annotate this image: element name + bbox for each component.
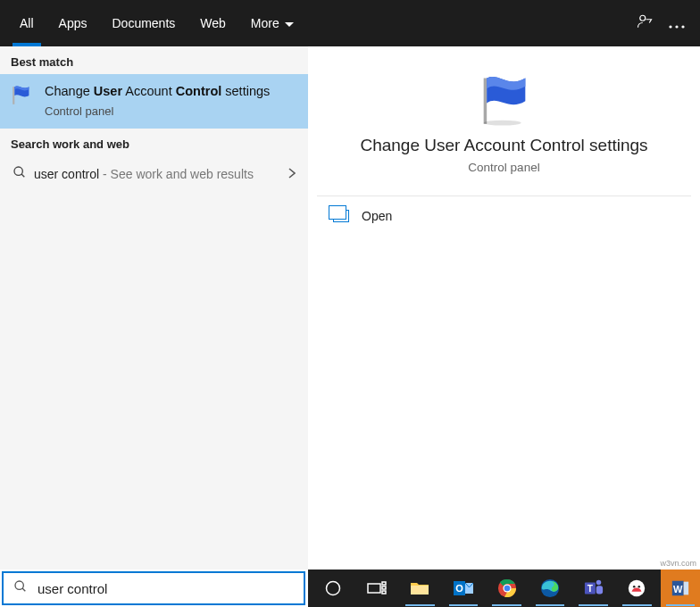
taskbar-word[interactable]: W [661,570,701,607]
taskbar-edge[interactable] [530,570,571,607]
preview-title: Change User Account Control settings [360,136,647,155]
search-icon [12,165,34,183]
taskbar-outlook[interactable]: O [444,570,484,607]
svg-point-22 [504,586,510,592]
svg-point-3 [681,25,684,28]
tab-more[interactable]: More [238,0,306,46]
taskbar-taskview[interactable] [357,570,397,607]
search-filter-tabs: All Apps Documents Web More [0,0,700,46]
svg-point-26 [596,580,601,586]
svg-point-0 [640,15,646,21]
uac-flag-icon [473,71,536,129]
svg-rect-14 [382,586,386,589]
svg-rect-13 [382,582,386,585]
taskbar-teams[interactable]: T [573,570,613,607]
result-subtitle: Control panel [45,104,296,118]
svg-line-10 [22,588,25,591]
svg-line-6 [21,174,24,177]
results-panel: Best match Change User Account Control s… [0,46,308,570]
svg-point-29 [633,586,636,588]
web-result-user-control[interactable]: user control - See work and web results [0,156,308,192]
taskbar: O T W [308,570,700,607]
svg-rect-15 [382,591,386,594]
open-icon [333,210,349,222]
chevron-down-icon [285,16,294,30]
svg-point-30 [638,586,641,588]
svg-point-8 [483,121,521,126]
svg-text:T: T [587,584,593,594]
best-match-heading: Best match [0,46,308,74]
chevron-right-icon [288,167,296,181]
taskbar-chrome[interactable] [487,570,527,607]
svg-rect-12 [368,584,380,593]
svg-rect-27 [596,586,602,594]
search-box[interactable] [2,571,305,605]
open-label: Open [362,209,392,223]
watermark: w3vn.com [660,559,696,568]
tab-apps[interactable]: Apps [46,0,100,46]
more-options-icon[interactable] [661,14,693,33]
svg-text:O: O [455,583,463,594]
preview-panel: Change User Account Control settings Con… [308,46,700,570]
svg-rect-33 [683,582,688,595]
work-web-heading: Search work and web [0,129,308,156]
result-change-uac-settings[interactable]: Change User Account Control settings Con… [0,74,308,129]
open-action[interactable]: Open [317,196,691,236]
svg-rect-16 [411,586,429,595]
svg-point-5 [14,167,22,175]
tab-documents[interactable]: Documents [99,0,188,46]
svg-point-9 [15,581,23,589]
tab-web[interactable]: Web [188,0,238,46]
taskbar-cortana[interactable] [313,570,354,607]
svg-point-1 [669,25,671,28]
search-icon [4,579,38,597]
feedback-icon[interactable] [629,13,661,34]
svg-point-2 [675,25,678,28]
svg-rect-4 [12,87,14,104]
svg-rect-7 [483,79,487,124]
taskbar-app[interactable] [617,570,657,607]
preview-subtitle: Control panel [468,161,539,174]
search-input[interactable] [38,581,304,596]
taskbar-file-explorer[interactable] [400,570,440,607]
svg-text:W: W [673,584,683,595]
result-title: Change User Account Control settings [45,83,296,101]
uac-flag-icon [9,83,34,108]
tab-all[interactable]: All [7,0,46,46]
svg-point-11 [327,582,340,595]
web-result-text: user control - See work and web results [34,167,288,181]
